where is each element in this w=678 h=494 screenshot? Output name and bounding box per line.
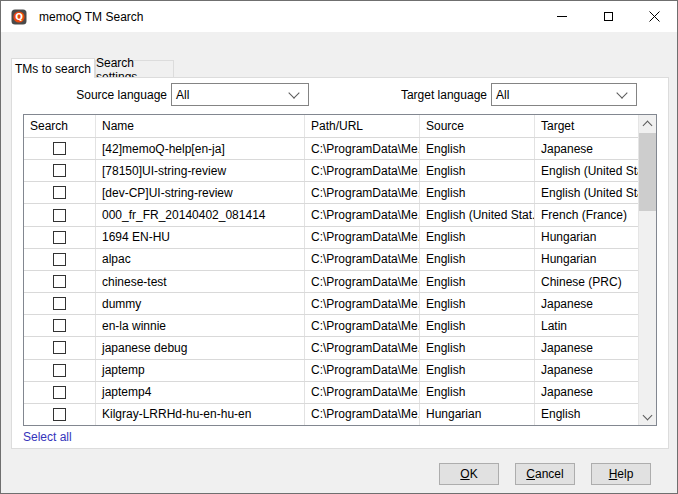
row-checkbox[interactable] [53,142,66,155]
tm-name: chinese-test [96,271,305,292]
source-language-label: Source language [61,88,167,102]
chevron-down-icon [288,87,299,98]
target-language-value: All [492,88,618,102]
tm-path: C:\ProgramData\Me... [305,337,420,358]
tm-name: en-la winnie [96,315,305,336]
minimize-icon [557,16,567,17]
search-cell [24,360,96,381]
table-row[interactable]: [78150]UI-string-reviewC:\ProgramData\Me… [24,160,656,182]
tm-source-language: English [420,271,535,292]
row-checkbox[interactable] [53,275,66,288]
tm-source-language: English (United Stat... [420,204,535,225]
help-button[interactable]: Help [591,463,651,485]
row-checkbox[interactable] [53,297,66,310]
tm-path: C:\ProgramData\Me... [305,204,420,225]
row-checkbox[interactable] [53,231,66,244]
scroll-down-button[interactable] [639,408,656,425]
row-checkbox[interactable] [53,209,66,222]
memoq-tm-search-dialog: Q memoQ TM Search TMs to search Search s… [0,0,678,494]
row-checkbox[interactable] [53,341,66,354]
minimize-button[interactable] [539,1,585,32]
tm-source-language: English [420,138,535,159]
column-header-path[interactable]: Path/URL [305,115,420,137]
tm-source-language: English [420,160,535,181]
close-button[interactable] [631,1,677,32]
row-checkbox[interactable] [53,253,66,266]
window-title: memoQ TM Search [39,10,143,24]
source-language-value: All [172,88,290,102]
search-cell [24,315,96,336]
scroll-up-button[interactable] [639,115,656,132]
column-header-source[interactable]: Source [420,115,535,137]
table-row[interactable]: Kilgray-LRRHd-hu-en-hu-enC:\ProgramData\… [24,404,656,425]
tm-path: C:\ProgramData\Me... [305,160,420,181]
tm-path: C:\ProgramData\Me... [305,315,420,336]
tm-source-language: English [420,227,535,248]
close-icon [649,11,660,22]
row-checkbox[interactable] [53,319,66,332]
svg-text:Q: Q [15,12,23,22]
memoq-app-icon: Q [11,9,27,25]
row-checkbox[interactable] [53,164,66,177]
search-cell [24,404,96,425]
target-language-select[interactable]: All [491,83,637,106]
tab-search-settings[interactable]: Search settings [95,60,174,78]
tm-name: [dev-CP]UI-string-review [96,182,305,203]
column-header-search[interactable]: Search [24,115,96,137]
table-row[interactable]: 1694 EN-HUC:\ProgramData\Me...EnglishHun… [24,227,656,249]
tm-source-language: English [420,360,535,381]
vertical-scrollbar[interactable] [638,115,656,425]
target-language-label: Target language [381,88,487,102]
tm-path: C:\ProgramData\Me... [305,182,420,203]
maximize-button[interactable] [585,1,631,32]
tm-source-language: English [420,337,535,358]
table-row[interactable]: japtempC:\ProgramData\Me...EnglishJapane… [24,360,656,382]
maximize-icon [604,12,613,21]
search-cell [24,337,96,358]
search-cell [24,138,96,159]
tab-tms-to-search[interactable]: TMs to search [11,58,95,78]
tm-path: C:\ProgramData\Me... [305,138,420,159]
tm-name: japtemp4 [96,382,305,403]
select-all-link[interactable]: Select all [23,430,72,444]
table-row[interactable]: alpacC:\ProgramData\Me...EnglishHungaria… [24,249,656,271]
source-language-select[interactable]: All [171,83,309,106]
ok-button[interactable]: OK [439,463,499,485]
tm-path: C:\ProgramData\Me... [305,271,420,292]
tm-name: [42]memoQ-help[en-ja] [96,138,305,159]
cancel-button[interactable]: Cancel [515,463,575,485]
chevron-down-icon [616,87,627,98]
tm-path: C:\ProgramData\Me... [305,404,420,425]
tm-source-language: English [420,249,535,270]
table-row[interactable]: 000_fr_FR_20140402_081414C:\ProgramData\… [24,204,656,226]
row-checkbox[interactable] [53,364,66,377]
chevron-down-icon [643,410,653,420]
table-row[interactable]: [42]memoQ-help[en-ja]C:\ProgramData\Me..… [24,138,656,160]
table-row[interactable]: dummyC:\ProgramData\Me...EnglishJapanese [24,293,656,315]
tm-name: japtemp [96,360,305,381]
tm-name: 000_fr_FR_20140402_081414 [96,204,305,225]
row-checkbox[interactable] [53,386,66,399]
search-cell [24,271,96,292]
row-checkbox[interactable] [53,186,66,199]
tm-name: alpac [96,249,305,270]
tm-source-language: English [420,382,535,403]
tm-path: C:\ProgramData\Me... [305,249,420,270]
tm-table-body: [42]memoQ-help[en-ja]C:\ProgramData\Me..… [24,138,656,425]
scrollbar-thumb[interactable] [639,133,656,211]
tm-source-language: Hungarian [420,404,535,425]
tm-path: C:\ProgramData\Me... [305,293,420,314]
tm-source-language: English [420,182,535,203]
table-row[interactable]: en-la winnieC:\ProgramData\Me...EnglishL… [24,315,656,337]
table-row[interactable]: chinese-testC:\ProgramData\Me...EnglishC… [24,271,656,293]
table-row[interactable]: japanese debugC:\ProgramData\Me...Englis… [24,337,656,359]
search-cell [24,249,96,270]
table-row[interactable]: [dev-CP]UI-string-reviewC:\ProgramData\M… [24,182,656,204]
column-header-name[interactable]: Name [96,115,305,137]
search-cell [24,204,96,225]
table-row[interactable]: japtemp4C:\ProgramData\Me...EnglishJapan… [24,382,656,404]
tm-name: dummy [96,293,305,314]
tab-label: TMs to search [15,62,91,76]
chevron-up-icon [643,120,653,130]
row-checkbox[interactable] [53,408,66,421]
